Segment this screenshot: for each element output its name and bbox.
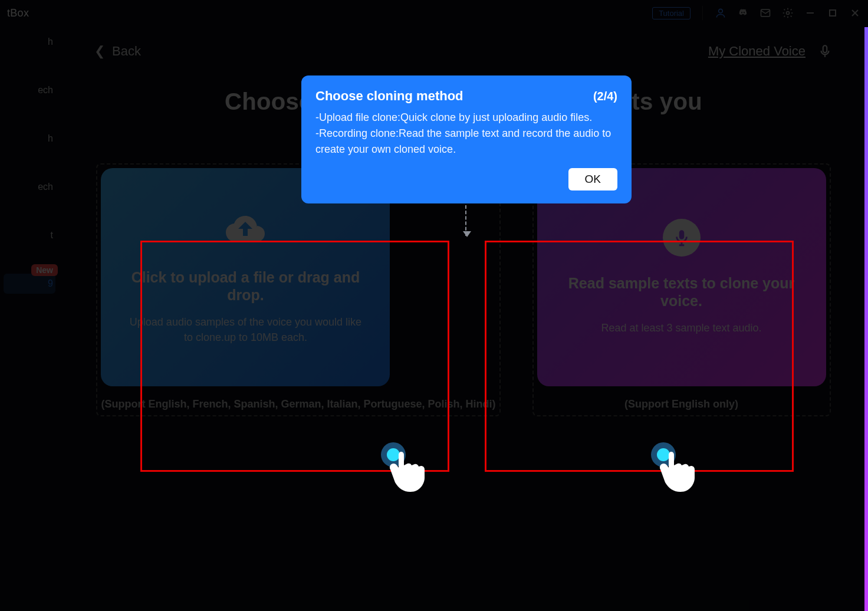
popover-line-2: -Recording clone:Read the sample text an… [315, 126, 617, 157]
sidebar: h ech h ech t New 9 [0, 26, 59, 611]
right-edge-accent [864, 27, 868, 611]
popover-line-1: -Upload file clone:Quick clone by just u… [315, 110, 617, 126]
settings-icon[interactable] [782, 7, 794, 19]
popover-step-counter: (2/4) [593, 90, 617, 103]
discord-icon[interactable] [737, 7, 749, 19]
mail-icon[interactable] [760, 7, 771, 19]
tutorial-popover: Choose cloning method (2/4) -Upload file… [301, 75, 632, 203]
close-button[interactable] [849, 7, 861, 19]
svg-rect-4 [830, 10, 836, 16]
cloning-method-cards: Click to upload a file or drag and drop.… [94, 168, 833, 412]
svg-rect-8 [679, 230, 684, 239]
sidebar-item[interactable]: ech [4, 80, 55, 100]
back-button[interactable]: ❮ Back [94, 44, 141, 59]
app-title: tBox [7, 7, 29, 19]
sidebar-item-active[interactable]: New 9 [4, 274, 55, 294]
titlebar: tBox Tutorial [0, 0, 868, 26]
minimize-button[interactable] [804, 7, 816, 19]
cloud-upload-icon [225, 209, 266, 251]
sidebar-item-label: 9 [48, 278, 53, 288]
maximize-button[interactable] [827, 7, 839, 19]
sidebar-item[interactable]: h [4, 32, 55, 52]
ok-button[interactable]: OK [568, 168, 617, 190]
sidebar-item[interactable]: h [4, 129, 55, 149]
tutorial-arrow [465, 205, 466, 236]
microphone-icon [663, 219, 701, 257]
svg-point-2 [787, 12, 790, 15]
back-label: Back [112, 44, 141, 59]
tutorial-button[interactable]: Tutorial [652, 7, 691, 19]
voice-wave-icon[interactable] [817, 44, 833, 59]
chevron-left-icon: ❮ [94, 44, 105, 59]
sidebar-item[interactable]: ech [4, 177, 55, 197]
upload-card-title: Click to upload a file or drag and drop. [124, 268, 366, 304]
svg-point-0 [719, 9, 723, 13]
account-icon[interactable] [715, 7, 726, 19]
popover-body: -Upload file clone:Quick clone by just u… [315, 110, 617, 157]
subheader: ❮ Back My Cloned Voice [94, 44, 833, 59]
divider [702, 6, 703, 20]
record-card-title: Read sample texts to clone your voice. [561, 274, 803, 310]
my-cloned-voice-link[interactable]: My Cloned Voice [708, 44, 805, 59]
record-card-subtitle: Read at least 3 sample text audio. [601, 320, 761, 336]
new-badge: New [31, 264, 58, 276]
sidebar-item[interactable]: t [4, 225, 55, 245]
svg-rect-7 [823, 45, 827, 52]
upload-card-subtitle: Upload audio samples of the voice you wo… [124, 314, 366, 345]
popover-title: Choose cloning method [315, 88, 463, 104]
